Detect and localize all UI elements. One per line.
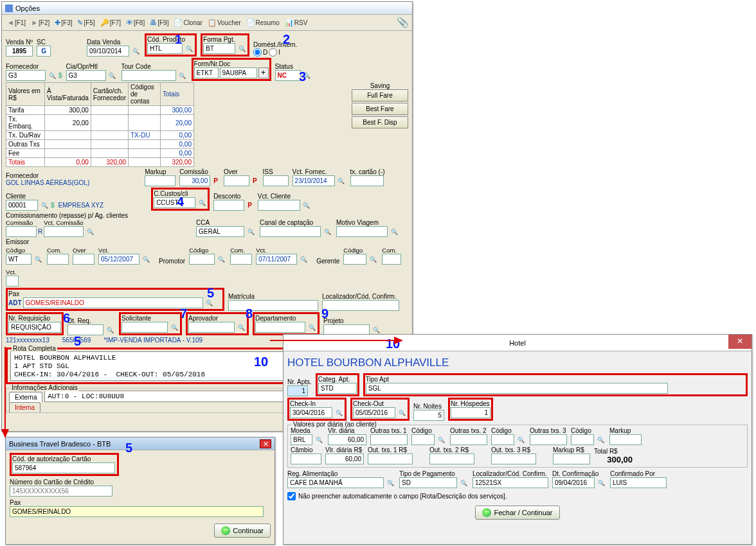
full-fare-button[interactable]: Full Fare [352, 89, 408, 101]
aprovador[interactable] [188, 322, 235, 333]
hotel-cambio[interactable] [291, 454, 321, 464]
fornecedor-search[interactable] [47, 71, 57, 81]
tb-rsv[interactable]: 📊RSV [283, 18, 310, 28]
data-venda-search[interactable] [130, 46, 141, 57]
tb-f5[interactable]: ✎[F5] [75, 18, 96, 28]
tb-f2[interactable]: ►[F2] [29, 18, 51, 27]
hotel-checkin[interactable] [290, 407, 332, 418]
hotel-out3[interactable] [530, 434, 567, 445]
dom-i-radio[interactable]: I [269, 48, 280, 57]
btb-cod-aut[interactable] [12, 462, 115, 473]
hotel-markup[interactable] [609, 434, 642, 445]
comissao-r-input[interactable] [6, 226, 37, 237]
tb-f3[interactable]: ✚[F3] [53, 18, 74, 28]
markup-input[interactable] [145, 175, 176, 186]
over-input[interactable] [224, 175, 249, 186]
hotel-out1rs[interactable] [368, 454, 413, 464]
departamento[interactable] [255, 322, 305, 333]
vct-fornec-search[interactable] [336, 176, 346, 186]
hotel-out1[interactable] [370, 434, 408, 445]
vct-comissao-search[interactable] [85, 227, 95, 237]
hotel-nr-apts[interactable] [287, 385, 308, 396]
btb-close[interactable]: ✕ [260, 439, 271, 448]
hotel-hospedes[interactable] [451, 407, 491, 418]
form[interactable] [194, 67, 219, 78]
tb-f8[interactable]: 👁[F8] [124, 18, 147, 27]
cca-search[interactable] [246, 227, 256, 237]
dt-req[interactable] [68, 324, 104, 335]
canal-input[interactable] [260, 226, 321, 237]
cia[interactable] [66, 70, 106, 81]
status[interactable] [275, 70, 301, 81]
cia-search[interactable] [107, 71, 118, 81]
pax-search[interactable] [204, 298, 215, 308]
fornecedor[interactable] [6, 70, 46, 81]
vct-cliente[interactable] [258, 200, 300, 211]
vct-fornec[interactable] [292, 175, 335, 186]
hotel-out2rs[interactable] [429, 454, 474, 464]
hotel-out2[interactable] [450, 434, 487, 445]
tb-resumo[interactable]: 📄Resumo [244, 18, 282, 28]
forma-pgt-search[interactable] [237, 44, 247, 54]
cca-input[interactable] [196, 226, 244, 237]
promotor-vct[interactable] [256, 254, 297, 265]
hotel-reg-alim[interactable] [287, 477, 384, 488]
hotel-conf-por[interactable] [610, 477, 667, 488]
promotor-com[interactable] [230, 254, 252, 265]
matricula-input[interactable] [228, 300, 318, 311]
tab-interna[interactable]: Interna [9, 402, 40, 412]
hotel-moeda[interactable] [291, 434, 312, 445]
motivo-input[interactable] [336, 226, 388, 237]
cliente-search[interactable] [39, 200, 50, 211]
hotel-tipo-pag[interactable] [399, 477, 457, 488]
nr-req[interactable] [8, 322, 61, 333]
desconto-input[interactable] [213, 200, 244, 211]
tb-f7[interactable]: 🔑[F7] [98, 18, 123, 28]
cliente-input[interactable] [6, 200, 38, 211]
vct-cliente-search[interactable] [302, 200, 312, 211]
tourcode[interactable] [122, 70, 176, 81]
hotel-categ[interactable] [318, 383, 357, 394]
emissor-over[interactable] [73, 254, 94, 265]
hotel-chk[interactable]: Não preencher automaticamente o campo [R… [287, 492, 748, 500]
pax-name[interactable] [23, 297, 203, 308]
tb-clonar[interactable]: 📄Clonar [172, 18, 204, 28]
hotel-checkout[interactable] [353, 407, 395, 418]
hotel-markuprs[interactable] [553, 454, 590, 464]
best-fare-button[interactable]: Best Fare [352, 103, 408, 115]
hotel-loc[interactable] [473, 477, 548, 488]
hotel-close[interactable]: ✕ [728, 335, 752, 349]
tb-f9[interactable]: 🖶[F9] [148, 18, 170, 27]
hotel-fechar[interactable]: Fechar / Continuar [475, 506, 559, 520]
btb-num-cartao[interactable] [10, 486, 113, 497]
gerente-vct[interactable] [6, 276, 19, 286]
hotel-cod1[interactable] [411, 434, 435, 445]
promotor-cod[interactable] [189, 254, 215, 265]
venda-n[interactable] [6, 46, 33, 57]
gerente-com[interactable] [382, 254, 401, 265]
data-venda[interactable] [87, 46, 129, 57]
emissor-cod[interactable] [6, 254, 32, 265]
motivo-search[interactable] [389, 227, 399, 237]
emissor-search[interactable] [33, 254, 43, 265]
nrdoc-plus[interactable]: + [258, 67, 269, 78]
hotel-vlr-diaria-rs[interactable] [325, 454, 364, 464]
tb-voucher[interactable]: 📋Voucher [206, 18, 243, 28]
best-f-disp-button[interactable]: Best F. Disp [352, 116, 408, 128]
hotel-noites[interactable] [413, 410, 444, 421]
ccustos-input[interactable] [154, 197, 195, 208]
tab-externa[interactable]: Externa [9, 392, 42, 402]
hotel-vlr-diaria[interactable] [328, 434, 366, 445]
canal-search[interactable] [322, 227, 332, 237]
comissao-input[interactable] [179, 175, 210, 186]
forma-pgt[interactable] [203, 43, 235, 54]
tx-cartao-input[interactable] [350, 175, 384, 186]
hotel-cod3[interactable] [571, 434, 594, 445]
emissor-com[interactable] [47, 254, 69, 265]
tb-f1[interactable]: ◄[F1] [5, 18, 28, 27]
sc[interactable] [37, 46, 51, 57]
btb-continuar[interactable]: Continuar [214, 524, 271, 538]
hotel-cod2[interactable] [491, 434, 514, 445]
vct-comissao[interactable] [44, 226, 84, 237]
status-search[interactable] [302, 71, 312, 81]
